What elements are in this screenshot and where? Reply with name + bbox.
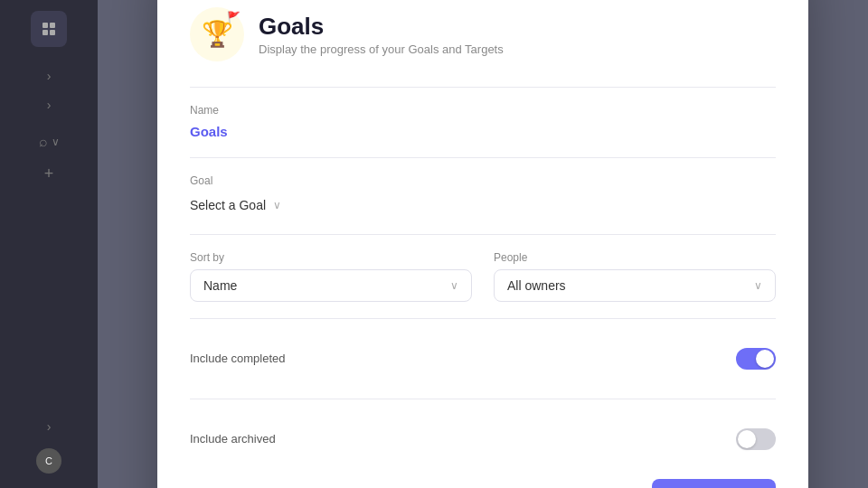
modal-title: Goals xyxy=(259,13,504,41)
name-input[interactable] xyxy=(190,122,776,141)
sidebar-item-2[interactable]: › xyxy=(40,94,59,116)
include-completed-toggle[interactable] xyxy=(736,348,776,370)
header-divider xyxy=(190,87,776,88)
name-field-group: Name xyxy=(190,104,776,141)
people-select-dropdown[interactable]: All owners ∨ xyxy=(494,269,776,302)
sidebar: › › ⌕ ∨ + › C xyxy=(0,0,98,488)
search-icon: ⌕ xyxy=(39,134,48,150)
include-completed-row: Include completed xyxy=(190,335,776,382)
goals-icon-wrapper: 🏆 🚩 xyxy=(190,7,244,61)
goal-field-group: Goal Select a Goal ∨ xyxy=(190,174,776,218)
completed-divider xyxy=(190,399,776,399)
goals-modal: ‹ Back × 🏆 🚩 Goals Display the progress … xyxy=(157,0,808,488)
user-avatar: C xyxy=(36,448,61,474)
flag-icon: 🚩 xyxy=(227,11,241,23)
goal-divider xyxy=(190,234,776,235)
people-chevron-icon: ∨ xyxy=(754,279,762,292)
goal-select-value: Select a Goal xyxy=(190,198,266,212)
svg-rect-0 xyxy=(42,23,48,28)
sidebar-add[interactable]: + xyxy=(37,161,61,187)
trophy-icon: 🏆 xyxy=(202,19,233,49)
goal-select-dropdown[interactable]: Select a Goal ∨ xyxy=(190,192,776,218)
svg-rect-1 xyxy=(50,23,55,28)
modal-footer: Add widget xyxy=(190,479,776,489)
plus-icon: + xyxy=(44,164,54,183)
name-divider xyxy=(190,157,776,158)
goal-label: Goal xyxy=(190,174,776,187)
sidebar-item-bottom[interactable]: › xyxy=(40,416,59,437)
sidebar-item-1[interactable]: › xyxy=(40,65,59,87)
chevron-right-icon-3: › xyxy=(47,419,52,434)
chevron-right-icon-2: › xyxy=(47,98,52,112)
people-col: People All owners ∨ xyxy=(494,251,776,302)
people-label: People xyxy=(494,251,776,264)
sort-col: Sort by Name ∨ xyxy=(190,251,472,302)
sidebar-item-bottom-2[interactable]: C xyxy=(29,445,69,477)
overlay-background: ‹ Back × 🏆 🚩 Goals Display the progress … xyxy=(98,0,868,488)
include-completed-label: Include completed xyxy=(190,352,286,365)
sidebar-logo[interactable] xyxy=(31,11,67,47)
include-archived-row: Include archived xyxy=(190,416,776,463)
sort-divider xyxy=(190,318,776,319)
include-completed-knob xyxy=(756,350,774,368)
goal-chevron-icon: ∨ xyxy=(273,199,281,211)
include-archived-toggle[interactable] xyxy=(736,428,776,450)
sort-value: Name xyxy=(203,278,237,293)
sort-label: Sort by xyxy=(190,251,472,264)
modal-subtitle: Display the progress of your Goals and T… xyxy=(259,42,504,56)
sidebar-expand-icon: ∨ xyxy=(52,136,60,148)
name-label: Name xyxy=(190,104,776,117)
people-value: All owners xyxy=(507,278,566,293)
modal-title-group: Goals Display the progress of your Goals… xyxy=(259,13,504,56)
chevron-right-icon: › xyxy=(47,69,52,83)
include-archived-knob xyxy=(738,430,756,448)
svg-rect-2 xyxy=(42,30,48,35)
add-widget-button[interactable]: Add widget xyxy=(652,479,776,489)
sort-people-row: Sort by Name ∨ People All owners ∨ xyxy=(190,251,776,302)
sort-select-dropdown[interactable]: Name ∨ xyxy=(190,269,472,302)
svg-rect-3 xyxy=(50,30,55,35)
modal-header: 🏆 🚩 Goals Display the progress of your G… xyxy=(190,7,776,61)
sort-chevron-icon: ∨ xyxy=(450,279,458,292)
sidebar-search[interactable]: ⌕ ∨ xyxy=(32,130,67,154)
include-archived-label: Include archived xyxy=(190,432,276,446)
